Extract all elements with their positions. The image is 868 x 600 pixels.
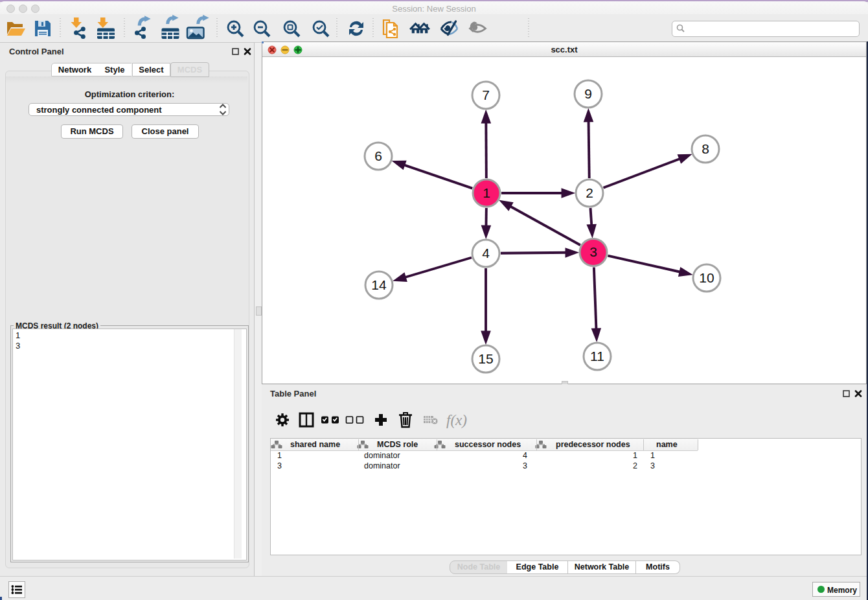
svg-text:15: 15	[478, 351, 493, 366]
svg-text:9: 9	[584, 86, 592, 101]
svg-text:successor nodes: successor nodes	[455, 440, 521, 449]
svg-text:1: 1	[483, 185, 490, 200]
svg-text:14: 14	[371, 277, 387, 292]
svg-text:7: 7	[482, 87, 490, 102]
svg-text:predecessor nodes: predecessor nodes	[556, 440, 630, 449]
svg-text:6: 6	[374, 148, 382, 163]
svg-text:8: 8	[702, 141, 709, 156]
svg-text:11: 11	[590, 349, 604, 363]
svg-text:name: name	[656, 440, 678, 449]
svg-text:f(x): f(x)	[446, 412, 467, 428]
svg-text:3: 3	[589, 244, 597, 259]
svg-text:10: 10	[699, 270, 714, 285]
svg-text:2: 2	[586, 185, 593, 200]
svg-text:4: 4	[482, 246, 490, 260]
svg-text:shared name: shared name	[290, 440, 340, 449]
svg-text:MCDS role: MCDS role	[377, 440, 418, 449]
